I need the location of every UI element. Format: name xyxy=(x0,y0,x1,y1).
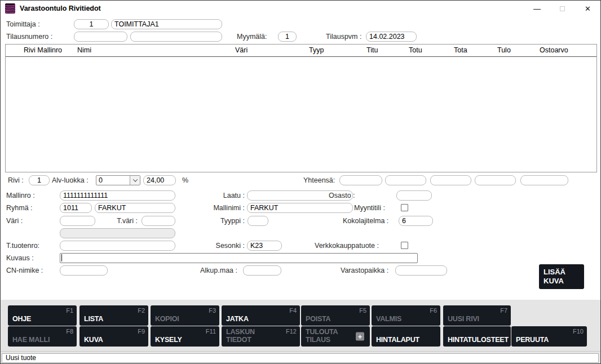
sesonki-input[interactable] xyxy=(247,241,282,251)
ryhma-label: Ryhmä : xyxy=(6,203,33,213)
fkey-label: F8 xyxy=(66,328,73,335)
alv-luokka-label: Alv-luokka : xyxy=(52,175,89,185)
vari-input[interactable] xyxy=(60,216,95,226)
varastopaikka-input[interactable] xyxy=(395,265,447,276)
close-button[interactable]: ✕ xyxy=(575,1,600,16)
fkey-label: F11 xyxy=(206,328,216,335)
lisaa-kuva-button[interactable]: LISÄÄ KUVA xyxy=(539,264,584,289)
status-text: Uusi tuote xyxy=(2,353,599,363)
kokolajitelma-input[interactable] xyxy=(399,216,433,226)
fbtn-valmis[interactable]: F6VALMIS xyxy=(372,305,440,326)
alv-luokka-value: 0 xyxy=(96,176,130,185)
fbtn-poista[interactable]: F5POISTA xyxy=(301,305,370,326)
fbtn-label: HAE MALLI xyxy=(12,336,50,344)
fbtn-label: LASKUN TIEDOT xyxy=(226,328,255,344)
maximize-icon xyxy=(560,6,565,11)
yhteensa-label: Yhteensä: xyxy=(303,175,335,185)
fbtn-hae-malli[interactable]: F8HAE MALLI xyxy=(8,326,77,347)
myyntitili-checkbox[interactable] xyxy=(401,204,408,211)
alkupmaa-label: Alkup.maa : xyxy=(187,265,237,276)
fbtn-hintalaput[interactable]: HINTALAPUT xyxy=(372,326,440,347)
varastopaikka-label: Varastopaikka : xyxy=(341,265,388,276)
fbtn-laskun-tiedot[interactable]: F12LASKUN TIEDOT xyxy=(222,326,300,347)
mallinro-input[interactable] xyxy=(60,190,175,201)
myymala-label: Myymälä: xyxy=(237,32,267,42)
fbtn-tulouta-tilaus[interactable]: TULOUTA TILAUS+ xyxy=(301,326,370,347)
verkkokauppatuote-label: Verkkokauppatuote : xyxy=(315,241,379,251)
text-caret xyxy=(61,254,62,261)
status-bar: Uusi tuote xyxy=(1,351,600,363)
rivi-input[interactable] xyxy=(29,175,50,185)
tilausnumero-label: Tilausnumero : xyxy=(6,32,52,42)
fkey-label: F1 xyxy=(66,307,73,314)
table-header-titu: Titu xyxy=(366,46,378,54)
table-header-totu: Totu xyxy=(409,46,422,54)
fkey-label: F12 xyxy=(286,328,297,335)
alv-luokka-select[interactable]: 0 xyxy=(96,175,140,185)
fbtn-hintatulosteet[interactable]: HINTATULOSTEET xyxy=(443,326,511,347)
ttuotenro-input[interactable] xyxy=(60,241,175,251)
fbtn-label: VALMIS xyxy=(376,315,401,323)
fbtn-label: HINTATULOSTEET xyxy=(448,336,509,344)
yhteensa-field-1[interactable] xyxy=(339,175,382,185)
maximize-button xyxy=(550,1,575,16)
fbtn-label: TULOUTA TILAUS xyxy=(306,328,338,344)
kokolajitelma-label: Kokolajitelma : xyxy=(343,216,388,226)
table-header-tulo: Tulo xyxy=(497,46,511,54)
tyyppi-label: Tyyppi : xyxy=(192,216,245,226)
fbtn-label: LISTA xyxy=(84,315,103,323)
alv-percent-input[interactable] xyxy=(143,175,176,185)
app-window: Varastoontulo Rivitiedot — ✕ Toimittaja … xyxy=(0,0,601,364)
fbtn-kuva[interactable]: F9KUVA xyxy=(79,326,148,347)
kuvaus-input[interactable] xyxy=(60,253,418,263)
ryhma-code-input[interactable] xyxy=(60,203,92,213)
myyntitili-label: Myyntitili : xyxy=(354,203,385,213)
tilauspvm-input[interactable] xyxy=(366,32,417,42)
yhteensa-field-2[interactable] xyxy=(385,175,426,185)
table-header-nimi: Nimi xyxy=(77,46,91,54)
tvari-input[interactable] xyxy=(142,216,175,226)
toimittaja-code-input[interactable] xyxy=(74,19,109,29)
fbtn-label: KUVA xyxy=(84,336,103,344)
toimittaja-name-input[interactable] xyxy=(111,19,222,29)
yhteensa-field-5[interactable] xyxy=(520,175,568,185)
fbtn-lista[interactable]: F2LISTA xyxy=(79,305,148,326)
tvari-label: T.väri : xyxy=(105,216,138,226)
mallinimi-input[interactable] xyxy=(247,203,353,213)
yhteensa-field-4[interactable] xyxy=(475,175,516,185)
cn-nimike-label: CN-nimike : xyxy=(6,265,43,276)
fbtn-kysely[interactable]: F11KYSELY xyxy=(151,326,219,347)
tilausnumero-input-1[interactable] xyxy=(74,32,127,42)
osasto-label: Osasto : xyxy=(329,190,355,201)
fkey-label: F9 xyxy=(138,328,145,335)
fbtn-peruuta[interactable]: F10PERUUTA xyxy=(511,326,587,347)
fbtn-jatka[interactable]: F4JATKA xyxy=(222,305,300,326)
yhteensa-field-3[interactable] xyxy=(430,175,471,185)
myymala-input[interactable] xyxy=(278,32,297,42)
ryhma-name-input[interactable] xyxy=(95,203,175,213)
tilauspvm-label: Tilauspvm : xyxy=(326,32,361,42)
chevron-down-icon[interactable] xyxy=(130,176,140,185)
minimize-button[interactable]: — xyxy=(524,1,550,16)
window-title: Varastoontulo Rivitiedot xyxy=(20,5,101,12)
table-header-tyyp: Tyyp xyxy=(309,46,324,54)
tilausnumero-input-2[interactable] xyxy=(130,32,222,42)
rows-table[interactable]: Rivi MallinroNimiVäriTyypTituTotuTotaTul… xyxy=(5,44,597,172)
percent-sign: % xyxy=(182,175,188,185)
fkey-label: F2 xyxy=(138,307,145,314)
cn-nimike-input[interactable] xyxy=(60,265,108,276)
osasto-input[interactable] xyxy=(396,190,432,201)
tyyppi-input[interactable] xyxy=(248,216,268,226)
alkupmaa-input[interactable] xyxy=(243,265,281,276)
fbtn-kopioi[interactable]: F3KOPIOI xyxy=(151,305,219,326)
fbtn-ohje[interactable]: F1OHJE xyxy=(8,305,77,326)
fbtn-label: UUSI RIVI xyxy=(448,315,479,323)
verkkokauppatuote-checkbox[interactable] xyxy=(401,242,408,249)
fbtn-label: PERUUTA xyxy=(516,336,549,344)
fbtn-label: JATKA xyxy=(226,315,249,323)
fbtn-uusi-rivi[interactable]: F7UUSI RIVI xyxy=(443,305,511,326)
table-header-ostoarvo: Ostoarvo xyxy=(540,46,568,54)
fkey-label: F10 xyxy=(573,328,584,335)
toimittaja-label: Toimittaja : xyxy=(6,19,40,29)
vari-extra-input[interactable] xyxy=(60,228,175,238)
